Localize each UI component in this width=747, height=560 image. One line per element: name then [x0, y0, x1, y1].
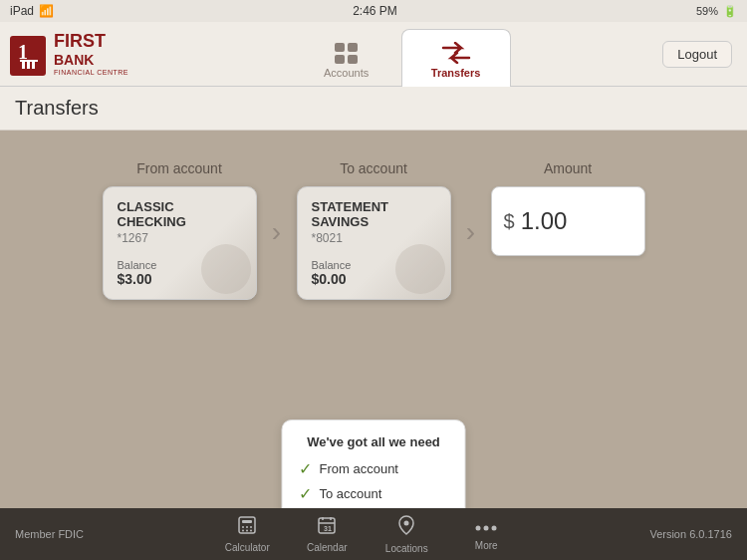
ipad-label: iPad: [10, 4, 34, 18]
bottom-nav-more[interactable]: More: [446, 509, 526, 559]
svg-point-26: [492, 526, 497, 531]
svg-rect-3: [27, 61, 30, 69]
amount-value: 1.00: [521, 207, 568, 235]
header: 1 FIRST BANK FINANCIAL CENTRE: [0, 22, 747, 87]
logo-text: FIRST BANK FINANCIAL CENTRE: [54, 31, 128, 78]
confirm-from-text: From account: [320, 461, 398, 476]
fdic-text: Member FDIC: [15, 528, 84, 540]
locations-label: Locations: [385, 543, 428, 554]
to-account-label: To account: [340, 160, 407, 176]
confirm-title: We've got all we need: [299, 434, 449, 449]
svg-point-14: [250, 526, 252, 528]
calendar-label: Calendar: [307, 542, 348, 553]
arrow-from-to: ›: [257, 182, 297, 282]
svg-rect-5: [20, 60, 38, 62]
from-account-name: CLASSIC CHECKING: [118, 199, 242, 229]
calculator-icon: [237, 515, 257, 540]
from-account-label: From account: [136, 160, 222, 176]
from-account-section: From account CLASSIC CHECKING *1267 Bala…: [103, 160, 257, 300]
page-title: Transfers: [15, 97, 99, 120]
bottom-nav-calculator[interactable]: Calculator: [207, 509, 287, 559]
svg-point-17: [250, 530, 252, 532]
wifi-icon: 📶: [39, 4, 54, 18]
svg-rect-7: [348, 43, 358, 52]
dollar-sign-icon: $: [504, 210, 515, 233]
locations-icon: [396, 514, 416, 541]
check-icon-to: ✓: [299, 484, 312, 503]
svg-text:31: 31: [324, 525, 332, 532]
to-account-number: *8021: [312, 231, 436, 245]
logo-box: 1 FIRST BANK FINANCIAL CENTRE: [10, 31, 128, 78]
calculator-label: Calculator: [225, 542, 270, 553]
svg-rect-4: [32, 61, 35, 69]
svg-point-25: [484, 526, 489, 531]
card-watermark-to: [395, 244, 445, 294]
transfer-area: From account CLASSIC CHECKING *1267 Bala…: [30, 160, 717, 300]
more-label: More: [475, 540, 498, 551]
svg-rect-11: [242, 520, 252, 523]
status-right: 59% 🔋: [696, 5, 737, 18]
bottom-nav: Calculator 31 Calendar Locations More: [207, 509, 526, 559]
svg-rect-0: [10, 36, 46, 76]
more-icon: [474, 517, 498, 538]
from-account-number: *1267: [118, 231, 242, 245]
amount-section: Amount $ 1.00: [491, 160, 645, 256]
tab-accounts-label: Accounts: [324, 67, 369, 79]
confirm-item-from: ✓ From account: [299, 459, 449, 478]
chevron-right-icon-1: ›: [272, 216, 281, 248]
bottom-nav-calendar[interactable]: 31 Calendar: [287, 509, 367, 559]
logo-bank: BANK: [54, 52, 128, 69]
arrow-to-amount: ›: [451, 182, 491, 282]
logo-icon: 1: [10, 31, 48, 77]
version-text: Version 6.0.1716: [649, 528, 732, 540]
amount-input[interactable]: $ 1.00: [491, 186, 645, 256]
confirm-item-to: ✓ To account: [299, 484, 449, 503]
logout-button[interactable]: Logout: [662, 41, 732, 68]
svg-point-16: [246, 530, 248, 532]
status-left: iPad 📶: [10, 4, 54, 18]
to-account-card[interactable]: STATEMENT SAVINGS *8021 Balance $0.00: [297, 186, 451, 300]
status-time: 2:46 PM: [353, 4, 397, 18]
confirm-to-text: To account: [320, 486, 382, 501]
svg-point-15: [242, 530, 244, 532]
svg-rect-2: [22, 61, 25, 69]
svg-point-13: [246, 526, 248, 528]
svg-rect-6: [335, 43, 345, 52]
tab-transfers[interactable]: Transfers: [401, 29, 511, 87]
card-watermark-from: [201, 244, 251, 294]
svg-point-23: [404, 521, 409, 526]
battery-icon: 🔋: [723, 5, 737, 18]
battery-pct: 59%: [696, 5, 718, 17]
main-content: From account CLASSIC CHECKING *1267 Bala…: [0, 131, 747, 517]
nav-tabs: Accounts Transfers: [139, 22, 662, 87]
tab-transfers-label: Transfers: [431, 67, 481, 79]
to-account-section: To account STATEMENT SAVINGS *8021 Balan…: [297, 160, 451, 300]
check-icon-from: ✓: [299, 459, 312, 478]
logo-area: 1 FIRST BANK FINANCIAL CENTRE: [0, 22, 139, 87]
accounts-icon: [334, 42, 360, 64]
page-title-bar: Transfers: [0, 87, 747, 131]
svg-rect-8: [335, 55, 345, 64]
amount-label: Amount: [544, 160, 592, 176]
transfers-icon: [441, 42, 471, 64]
from-account-card[interactable]: CLASSIC CHECKING *1267 Balance $3.00: [103, 186, 257, 300]
chevron-right-icon-2: ›: [466, 216, 475, 248]
to-account-name: STATEMENT SAVINGS: [312, 199, 436, 229]
svg-point-24: [476, 526, 481, 531]
tab-accounts[interactable]: Accounts: [292, 29, 401, 87]
svg-rect-9: [348, 55, 358, 64]
svg-text:1: 1: [18, 41, 28, 63]
svg-point-12: [242, 526, 244, 528]
status-bar: iPad 📶 2:46 PM 59% 🔋: [0, 0, 747, 22]
calendar-icon: 31: [317, 515, 337, 540]
bottom-nav-locations[interactable]: Locations: [367, 509, 446, 559]
logo-first: FIRST: [54, 31, 128, 53]
logo-financial: FINANCIAL CENTRE: [54, 69, 128, 77]
bottom-bar: Member FDIC Calculator 31 Calendar Locat…: [0, 508, 747, 560]
